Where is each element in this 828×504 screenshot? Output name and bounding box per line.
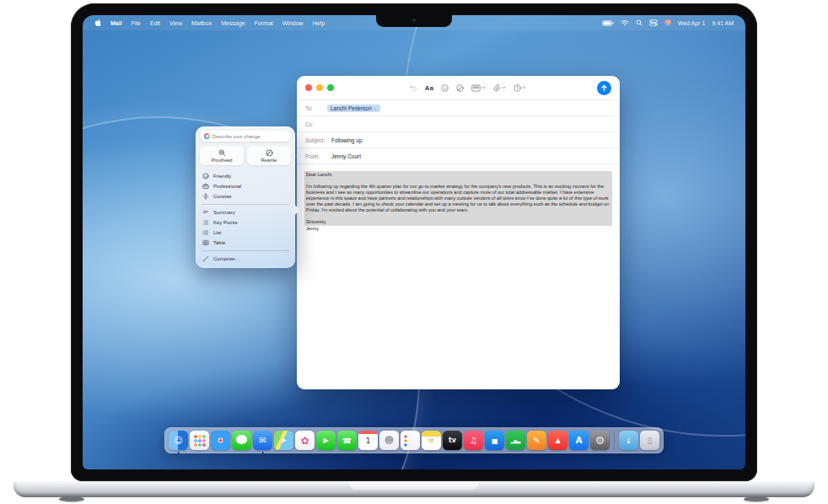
cc-field[interactable]: Cc: (297, 116, 620, 132)
friendly-smiley-icon (202, 173, 209, 180)
system-settings-glyph: ⚙ (595, 434, 605, 447)
dock-item-mail[interactable]: ✉ (253, 431, 272, 450)
apple-menu-icon[interactable] (94, 19, 101, 27)
concise-compress-icon (202, 193, 209, 200)
dock-item-launchpad[interactable] (190, 431, 209, 450)
menu-item-window[interactable]: Window (282, 20, 304, 26)
menu-item-key-points[interactable]: Key Points (200, 217, 291, 228)
window-titlebar[interactable]: Aa (297, 76, 620, 99)
menu-item-concise[interactable]: Concise (200, 191, 291, 201)
to-field[interactable]: To: Lanchi Pederson ⌄ (297, 100, 620, 116)
dock-item-notes[interactable]: ≡ (422, 431, 441, 450)
dock-item-tv[interactable]: tv (443, 431, 462, 450)
list-icon (202, 229, 209, 236)
send-button[interactable] (597, 81, 611, 95)
to-label: To: (305, 105, 327, 111)
menu-item-list[interactable]: List (200, 228, 291, 238)
writing-tools-menu: Friendly Professional Concise Summary Ke… (200, 171, 291, 264)
laptop-foot (59, 496, 84, 501)
laptop-foot (744, 496, 769, 501)
minimize-window-button[interactable] (316, 84, 323, 91)
menu-item-compose[interactable]: Compose… (200, 254, 291, 264)
maps-glyph: ➤ (281, 437, 287, 444)
zoom-window-button[interactable] (327, 84, 334, 91)
dock-item-games[interactable]: ▲ (548, 431, 567, 450)
lid-notch (348, 481, 480, 491)
attachment-icon[interactable] (493, 83, 506, 92)
describe-change-input[interactable] (212, 134, 287, 139)
send-later-icon[interactable] (513, 84, 526, 92)
menu-item-message[interactable]: Message (221, 20, 245, 26)
subject-field[interactable]: Subject: Following up (297, 132, 620, 148)
menu-item-friendly[interactable]: Friendly (200, 171, 291, 181)
cc-label: Cc: (305, 121, 327, 127)
dock-item-trash[interactable]: ▯ (640, 431, 659, 450)
describe-change-field[interactable] (200, 131, 291, 142)
menu-item-format[interactable]: Format (255, 20, 273, 26)
dock-item-messages[interactable] (232, 431, 251, 450)
undo-icon[interactable] (409, 84, 417, 92)
menu-item-professional[interactable]: Professional (200, 181, 291, 191)
dock-item-maps[interactable]: ➤ (274, 431, 293, 450)
from-value[interactable]: Jenny Court (331, 153, 361, 159)
writing-tools-icon[interactable] (456, 84, 464, 92)
photo-browser-icon[interactable] (471, 84, 486, 92)
dock-item-reminders[interactable] (401, 431, 420, 450)
menu-item-summary[interactable]: Summary (200, 207, 291, 217)
menu-item-help[interactable]: Help (313, 20, 325, 26)
menu-app-name[interactable]: Mail (110, 20, 122, 26)
dock-item-downloads-folder[interactable]: ↓ (619, 431, 638, 450)
dock-item-keynote[interactable]: ▅ (485, 431, 504, 450)
dock-item-contacts[interactable]: ☻ (379, 431, 399, 450)
rewrite-pencil-icon (266, 149, 273, 157)
dock-item-finder[interactable]: ☺ (169, 431, 188, 450)
emoji-picker-icon[interactable] (441, 84, 449, 92)
writing-tools-popover: Proofread Rewrite Friendly Professional … (196, 126, 295, 268)
finder-glyph: ☺ (174, 436, 182, 445)
control-center-icon[interactable] (649, 19, 658, 26)
message-body[interactable]: Dear Lanchi, I'm following up regarding … (297, 164, 620, 389)
dock-item-numbers[interactable]: ▂▅▃ (506, 431, 525, 450)
menu-time[interactable]: 9:41 AM (712, 20, 734, 26)
selected-text[interactable]: Dear Lanchi, I'm following up regarding … (304, 171, 612, 226)
dock-item-system-settings[interactable]: ⚙ (590, 431, 610, 450)
pages-glyph: ✎ (533, 436, 540, 445)
subject-value[interactable]: Following up (331, 137, 363, 143)
menu-divider (202, 204, 289, 205)
body-paragraph: I'm following up regarding the 4th quart… (306, 184, 610, 213)
dock-item-app-store[interactable]: A (569, 431, 589, 450)
dock-item-safari[interactable]: ✦ (211, 431, 230, 450)
camera-notch (376, 15, 452, 27)
from-field[interactable]: From: Jenny Court (297, 148, 620, 164)
rewrite-button[interactable]: Rewrite (247, 146, 291, 165)
menu-item-file[interactable]: File (132, 20, 141, 26)
compose-pencil-icon (202, 255, 209, 262)
dock-item-phone[interactable]: ☎ (337, 431, 357, 450)
subject-label: Subject: (305, 137, 331, 143)
search-icon[interactable] (636, 19, 643, 26)
menu-item-table[interactable]: Table (200, 238, 291, 248)
dock-item-pages[interactable]: ✎ (527, 431, 546, 450)
downloads-folder-glyph: ↓ (626, 437, 632, 445)
dock-item-calendar[interactable]: 1 (358, 431, 378, 450)
dock-item-music[interactable]: ♫ (464, 431, 483, 450)
menu-item-view[interactable]: View (169, 20, 182, 26)
desktop-screen: Mail File Edit View Mailbox Message Form… (83, 15, 745, 469)
siri-icon[interactable] (664, 19, 671, 26)
dock-item-facetime[interactable]: ▶ (316, 431, 336, 450)
recipient-token[interactable]: Lanchi Pederson ⌄ (327, 105, 380, 112)
close-window-button[interactable] (305, 84, 312, 91)
proofread-magnifier-icon (218, 149, 226, 157)
recipient-chevron-icon[interactable]: ⌄ (374, 105, 377, 110)
numbers-glyph: ▂▅▃ (511, 438, 521, 443)
from-label: From: (305, 153, 331, 159)
battery-icon[interactable] (602, 20, 614, 26)
menu-item-mailbox[interactable]: Mailbox (191, 20, 212, 26)
menu-date[interactable]: Wed Apr 1 (678, 20, 706, 26)
dock-item-photos[interactable]: ✿ (295, 431, 315, 450)
camera-dot (412, 19, 416, 22)
proofread-button[interactable]: Proofread (200, 146, 244, 165)
wifi-icon[interactable] (621, 19, 629, 26)
menu-item-edit[interactable]: Edit (150, 20, 160, 26)
format-button[interactable]: Aa (425, 84, 434, 92)
